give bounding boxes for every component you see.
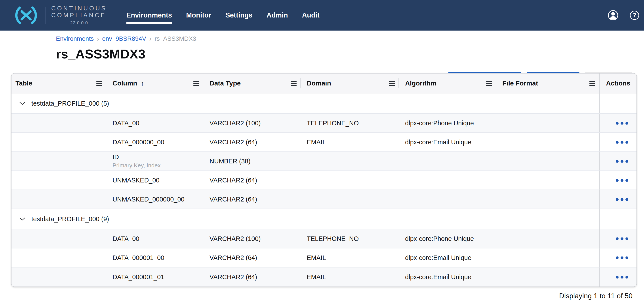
cell-domain [300, 190, 399, 209]
row-actions-button[interactable] [614, 158, 630, 165]
cell-table [12, 152, 106, 171]
column-header-file-format[interactable]: File Format ↑ [496, 74, 599, 93]
page-header: ‹ Back Environments›env_9BSR894V›rs_ASS3… [0, 31, 644, 73]
row-actions-button[interactable] [614, 273, 630, 281]
cell-algorithm [399, 152, 496, 171]
row-actions-button[interactable] [614, 177, 630, 184]
breadcrumb-item-rs-ass3mdx3: rs_ASS3MDX3 [154, 35, 196, 42]
brand-logo[interactable]: CONTINUOUS COMPLIANCE 22.0.0.0 [12, 5, 107, 26]
column-name: DATA_000001_00 [112, 254, 203, 261]
row-actions-button[interactable] [614, 235, 630, 242]
header-divider [47, 37, 47, 66]
result-count: Displaying 1 to 11 of 50 [559, 292, 632, 300]
cell-file-format [496, 171, 599, 190]
breadcrumb-item-environments[interactable]: Environments [56, 35, 94, 42]
column-menu-icon[interactable] [389, 81, 395, 86]
group-toggle[interactable]: testdata_PROFILE_000 (5) [12, 93, 599, 113]
column-header-column[interactable]: Column ↑ [106, 74, 203, 93]
column-name: UNMASKED_000000_00 [112, 196, 203, 203]
table-row: DATA_000000_00 VARCHAR2 (64) EMAIL dlpx-… [12, 133, 636, 152]
table-row: DATA_00 VARCHAR2 (100) TELEPHONE_NO dlpx… [12, 114, 636, 133]
nav-item-label: Admin [266, 11, 288, 19]
cell-column: DATA_00 [106, 229, 203, 248]
column-header-data-type[interactable]: Data Type ↑ [203, 74, 300, 93]
cell-table [12, 267, 106, 286]
cell-algorithm: dlpx-core:Phone Unique [399, 114, 496, 132]
cell-domain: EMAIL [300, 248, 399, 267]
delphix-logo-icon [12, 6, 40, 24]
table-group-row: testdata_PROFILE_000 (9) [12, 209, 636, 229]
row-actions-button[interactable] [614, 139, 630, 146]
column-header-label: Column [112, 79, 137, 87]
cell-column: ID Primary Key, Index [106, 152, 203, 171]
table-row: DATA_000001_00 VARCHAR2 (64) EMAIL dlpx-… [12, 248, 636, 267]
cell-table [12, 114, 106, 132]
column-header-table[interactable]: Table ↑ [12, 74, 106, 93]
cell-file-format [496, 114, 599, 132]
column-menu-icon[interactable] [486, 81, 492, 86]
column-name: DATA_000001_01 [112, 273, 203, 281]
column-header-actions[interactable]: Actions ↑ [599, 74, 636, 93]
column-header-domain[interactable]: Domain ↑ [300, 74, 399, 93]
help-icon[interactable]: ? [630, 11, 639, 20]
cell-algorithm: dlpx-core:Email Unique [399, 248, 496, 267]
cell-file-format [496, 133, 599, 151]
nav-item-label: Settings [226, 11, 252, 19]
cell-file-format [496, 152, 599, 171]
cell-column: DATA_00 [106, 114, 203, 132]
column-menu-icon[interactable] [96, 81, 102, 86]
cell-actions [599, 133, 636, 151]
breadcrumb-item-env-9bsr894v[interactable]: env_9BSR894V [102, 35, 146, 42]
nav-item-admin[interactable]: Admin [266, 11, 288, 19]
column-name: UNMASKED_00 [112, 177, 203, 184]
column-menu-icon[interactable] [590, 81, 596, 86]
nav-item-audit[interactable]: Audit [302, 11, 320, 19]
cell-algorithm: dlpx-core:Email Unique [399, 133, 496, 151]
cell-table [12, 248, 106, 267]
cell-column: DATA_000001_01 [106, 267, 203, 286]
brand-line-2: COMPLIANCE [51, 12, 107, 19]
cell-algorithm: dlpx-core:Email Unique [399, 267, 496, 286]
cell-domain [300, 171, 399, 190]
row-actions-button[interactable] [614, 196, 630, 203]
chevron-down-icon [19, 101, 26, 105]
column-header-label: Table [16, 79, 32, 87]
column-name: DATA_00 [112, 235, 203, 242]
breadcrumb-separator: › [149, 35, 152, 43]
nav-item-monitor[interactable]: Monitor [186, 11, 211, 19]
table-row: UNMASKED_00 VARCHAR2 (64) [12, 171, 636, 190]
group-toggle[interactable]: testdata_PROFILE_000 (9) [12, 209, 599, 229]
column-menu-icon[interactable] [290, 81, 296, 86]
column-header-algorithm[interactable]: Algorithm ↑ [399, 74, 496, 93]
nav-item-environments[interactable]: Environments [126, 11, 172, 19]
cell-file-format [496, 248, 599, 267]
cell-table [12, 171, 106, 190]
help-glyph: ? [633, 12, 636, 19]
cell-actions [599, 190, 636, 209]
nav-item-label: Audit [302, 11, 320, 19]
columns-table: Table ↑ Column ↑ Data Type ↑ Domain ↑ Al… [11, 73, 637, 287]
cell-file-format [496, 229, 599, 248]
row-actions-button[interactable] [614, 254, 630, 261]
cell-actions [599, 114, 636, 132]
cell-data-type: VARCHAR2 (100) [203, 114, 300, 132]
cell-actions [599, 152, 636, 171]
column-name: ID [112, 154, 203, 161]
cell-table [12, 190, 106, 209]
table-row: DATA_000001_01 VARCHAR2 (64) EMAIL dlpx-… [12, 267, 636, 286]
column-header-label: Actions [606, 79, 630, 87]
column-header-label: Data Type [210, 79, 241, 87]
row-actions-button[interactable] [614, 119, 630, 127]
column-menu-icon[interactable] [194, 81, 199, 86]
group-label: testdata_PROFILE_000 (9) [32, 215, 109, 223]
top-navbar: CONTINUOUS COMPLIANCE 22.0.0.0 Environme… [0, 0, 644, 31]
user-avatar-icon[interactable] [608, 10, 618, 21]
column-header-label: File Format [502, 79, 538, 87]
breadcrumb: Environments›env_9BSR894V›rs_ASS3MDX3 [56, 35, 196, 43]
table-row: UNMASKED_000000_00 VARCHAR2 (64) [12, 190, 636, 209]
table-body: testdata_PROFILE_000 (5) DATA_00 VARCHAR… [12, 93, 636, 286]
chevron-down-icon [19, 217, 26, 221]
column-header-label: Domain [307, 79, 331, 87]
cell-file-format [496, 267, 599, 286]
nav-item-settings[interactable]: Settings [226, 11, 252, 19]
